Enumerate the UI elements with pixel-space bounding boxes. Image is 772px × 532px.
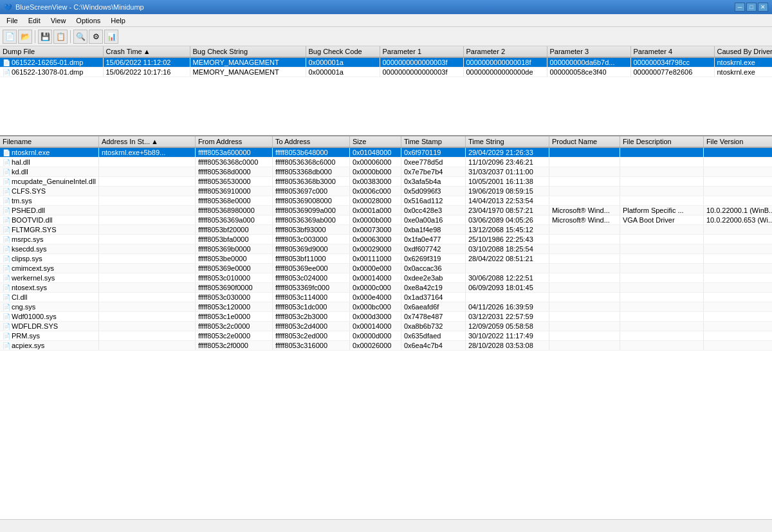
menu-view[interactable]: View	[46, 15, 71, 26]
file-icon: 📄	[3, 284, 10, 291]
table-row[interactable]: 📄mcupdate_GenuineIntel.dllfffff805365300…	[0, 177, 772, 187]
file-icon: 📄	[3, 294, 10, 301]
file-icon: 📄	[3, 255, 10, 262]
th-size[interactable]: Size	[349, 136, 401, 147]
main-content: Dump File Crash Time ▲ Bug Check String …	[0, 46, 772, 519]
lower-panel: Filename Address In St... ▲ From Address…	[0, 136, 772, 519]
th-filename[interactable]: Filename	[0, 136, 98, 147]
file-icon: 📄	[3, 275, 10, 282]
table-row[interactable]: 📄msrpc.sysfffff8053bfa0000fffff8053c0030…	[0, 235, 772, 244]
file-icon: 📄	[3, 69, 10, 76]
th-parameter2[interactable]: Parameter 2	[463, 46, 547, 57]
th-crash-time[interactable]: Crash Time ▲	[103, 46, 190, 57]
th-file-version[interactable]: File Version	[703, 136, 772, 147]
file-icon: 📄	[3, 197, 10, 205]
th-parameter1[interactable]: Parameter 1	[380, 46, 463, 57]
file-icon: 📄	[3, 304, 10, 311]
th-from-address[interactable]: From Address	[195, 136, 272, 147]
file-icon: 📄	[3, 313, 10, 320]
table-row[interactable]: 📄PRM.sysfffff8053c2e0000fffff8053c2ed000…	[0, 331, 772, 341]
table-row[interactable]: 📄acpiex.sysfffff8053c2f0000fffff8053c316…	[0, 341, 772, 351]
close-button[interactable]: ✕	[758, 3, 768, 12]
table-row[interactable]: 📄BOOTVID.dllfffff80536369a000fffff805363…	[0, 216, 772, 225]
th-caused-by-driver[interactable]: Caused By Driver	[714, 46, 772, 57]
toolbar-sep2	[70, 30, 71, 43]
table-row[interactable]: 📄Cl.dllfffff8053c030000fffff8053c1140000…	[0, 293, 772, 302]
toolbar-open[interactable]: 📂	[18, 30, 32, 44]
upper-table: Dump File Crash Time ▲ Bug Check String …	[0, 46, 772, 77]
upper-panel: Dump File Crash Time ▲ Bug Check String …	[0, 46, 772, 136]
upper-table-body: 📄061522-16265-01.dmp15/06/2022 11:12:02M…	[0, 57, 772, 77]
file-icon: 📄	[3, 217, 10, 224]
table-row[interactable]: 📄WDFLDR.SYSfffff8053c2c0000fffff8053c2d4…	[0, 322, 772, 331]
file-icon: 📄	[3, 169, 10, 176]
table-row[interactable]: 📄ntoskrnl.exentoskrnl.exe+5b89...fffff80…	[0, 147, 772, 158]
th-address-in-st[interactable]: Address In St... ▲	[98, 136, 195, 147]
file-icon: 📄	[3, 188, 10, 195]
file-icon: 📄	[3, 265, 10, 272]
upper-header-row: Dump File Crash Time ▲ Bug Check String …	[0, 46, 772, 57]
th-to-address[interactable]: To Address	[272, 136, 349, 147]
table-row[interactable]: 📄CLFS.SYSfffff80536910000fffff8053697c00…	[0, 187, 772, 196]
table-row[interactable]: 📄kd.dllfffff805368d0000fffff8053368db000…	[0, 167, 772, 177]
title-bar-text: BlueScreenView - C:\Windows\Minidump	[15, 3, 144, 11]
table-row[interactable]: 📄061522-13078-01.dmp15/06/2022 10:17:16M…	[0, 68, 772, 77]
toolbar-report[interactable]: 📊	[104, 30, 118, 44]
lower-table-body: 📄ntoskrnl.exentoskrnl.exe+5b89...fffff80…	[0, 147, 772, 351]
file-icon: 📄	[3, 159, 10, 166]
maximize-button[interactable]: □	[746, 3, 757, 12]
menu-bar: File Edit View Options Help	[0, 14, 772, 27]
table-row[interactable]: 📄clipsp.sysfffff8053be0000fffff8053bf110…	[0, 254, 772, 264]
toolbar: 📄 📂 💾 📋 🔍 ⚙ 📊	[0, 27, 772, 46]
table-row[interactable]: 📄ksecdd.sysfffff805369b0000fffff805369d9…	[0, 244, 772, 254]
table-row[interactable]: 📄ntosext.sysfffff8053690f0000fffff805336…	[0, 283, 772, 293]
menu-file[interactable]: File	[1, 15, 23, 26]
file-icon: 📄	[3, 323, 10, 330]
title-bar-controls: ─ □ ✕	[735, 3, 768, 12]
file-icon: 📄	[3, 333, 10, 340]
upper-table-header: Dump File Crash Time ▲ Bug Check String …	[0, 46, 772, 57]
table-row[interactable]: 📄tm.sysfffff805368e0000fffff805369008000…	[0, 196, 772, 206]
minimize-button[interactable]: ─	[735, 3, 745, 12]
file-icon: 📄	[3, 236, 10, 243]
menu-help[interactable]: Help	[106, 15, 131, 26]
table-row[interactable]: 📄FLTMGR.SYSfffff8053bf20000fffff8053bf93…	[0, 225, 772, 235]
th-product-name[interactable]: Product Name	[549, 136, 620, 147]
lower-table-header: Filename Address In St... ▲ From Address…	[0, 136, 772, 147]
th-bug-check-code[interactable]: Bug Check Code	[306, 46, 380, 57]
title-bar: 💙 BlueScreenView - C:\Windows\Minidump ─…	[0, 0, 772, 14]
table-row[interactable]: 📄PSHED.dllfffff805368980000fffff80536909…	[0, 206, 772, 216]
table-row[interactable]: 📄cmimcext.sysfffff805369e0000fffff805369…	[0, 264, 772, 273]
table-row[interactable]: 📄cng.sysfffff8053c120000fffff8053c1dc000…	[0, 302, 772, 312]
table-row[interactable]: 📄werkernel.sysfffff8053c010000fffff8053c…	[0, 273, 772, 283]
upper-table-scroll[interactable]: Dump File Crash Time ▲ Bug Check String …	[0, 46, 772, 135]
toolbar-new[interactable]: 📄	[3, 30, 17, 44]
th-file-desc[interactable]: File Description	[620, 136, 703, 147]
table-row[interactable]: 📄Wdf01000.sysfffff8053c1e0000fffff8053c2…	[0, 312, 772, 322]
th-parameter4[interactable]: Parameter 4	[630, 46, 714, 57]
lower-table-scroll[interactable]: Filename Address In St... ▲ From Address…	[0, 136, 772, 519]
menu-options[interactable]: Options	[71, 15, 106, 26]
lower-table: Filename Address In St... ▲ From Address…	[0, 136, 772, 351]
file-icon: 📄	[3, 226, 10, 234]
lower-header-row: Filename Address In St... ▲ From Address…	[0, 136, 772, 147]
app-icon: 💙	[4, 4, 12, 11]
th-time-string[interactable]: Time String	[465, 136, 549, 147]
title-bar-left: 💙 BlueScreenView - C:\Windows\Minidump	[4, 3, 144, 11]
th-parameter3[interactable]: Parameter 3	[547, 46, 630, 57]
toolbar-find[interactable]: 🔍	[73, 30, 87, 44]
menu-edit[interactable]: Edit	[23, 15, 46, 26]
file-icon: 📄	[3, 246, 10, 253]
file-icon: 📄	[3, 342, 10, 349]
file-icon: 📄	[3, 207, 10, 214]
th-dump-file[interactable]: Dump File	[0, 46, 103, 57]
th-bug-check-string[interactable]: Bug Check String	[190, 46, 306, 57]
file-icon: 📄	[3, 59, 10, 66]
status-bar	[0, 519, 772, 532]
table-row[interactable]: 📄hal.dllfffff80536368c0000fffff80536368c…	[0, 158, 772, 167]
th-time-stamp[interactable]: Time Stamp	[401, 136, 465, 147]
table-row[interactable]: 📄061522-16265-01.dmp15/06/2022 11:12:02M…	[0, 57, 772, 68]
toolbar-save[interactable]: 💾	[38, 30, 52, 44]
toolbar-options[interactable]: ⚙	[89, 30, 103, 44]
toolbar-copy[interactable]: 📋	[53, 30, 68, 44]
